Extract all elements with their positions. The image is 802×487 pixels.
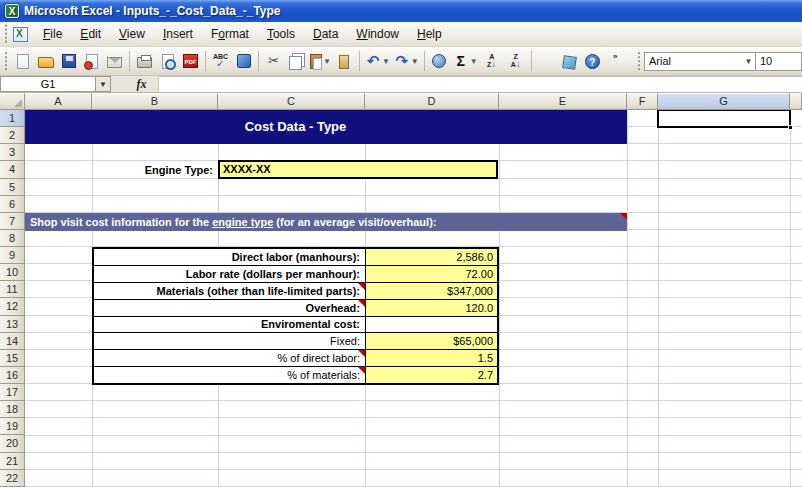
row-header-1[interactable]: 1 (0, 110, 25, 127)
format-painter-button[interactable] (334, 51, 355, 72)
chart-wizard-button[interactable] (536, 51, 557, 72)
cost-value-input-cell[interactable]: 72.00 (365, 266, 497, 282)
save-button[interactable] (58, 51, 79, 72)
column-header-f[interactable]: F (627, 93, 658, 110)
column-header-partial[interactable] (790, 93, 802, 110)
section-header-banner[interactable]: Shop visit cost information for the engi… (25, 213, 627, 231)
cost-item-label-cell[interactable]: Enviromental cost: (94, 317, 365, 333)
print-preview-button[interactable] (157, 51, 178, 72)
open-button[interactable] (35, 51, 56, 72)
column-header-e[interactable]: E (499, 93, 627, 110)
menu-item-window[interactable]: Window (347, 24, 408, 44)
cost-item-label-cell[interactable]: Direct labor (manhours): (94, 249, 365, 265)
redo-button[interactable]: ↷▼ (393, 51, 420, 72)
drawing-button[interactable] (559, 51, 580, 72)
name-box-dropdown[interactable]: ▼ (96, 76, 111, 92)
row-header-11[interactable]: 11 (0, 281, 25, 298)
column-header-a[interactable]: A (25, 93, 92, 110)
toolbar-grip[interactable] (635, 50, 642, 72)
title-bar[interactable]: X Microsoft Excel - Inputs_-_Cost_Data_-… (0, 0, 802, 22)
column-header-d[interactable]: D (365, 93, 499, 110)
menu-item-view[interactable]: View (110, 24, 154, 44)
row-header-5[interactable]: 5 (0, 179, 25, 196)
email-button[interactable] (104, 51, 125, 72)
cost-item-label-cell[interactable]: % of materials: (94, 367, 365, 383)
row-header-13[interactable]: 13 (0, 316, 25, 333)
cost-item-label-cell[interactable]: Overhead: (94, 300, 365, 316)
row-header-15[interactable]: 15 (0, 350, 25, 367)
row-header-22[interactable]: 22 (0, 470, 25, 487)
toolbar-grip[interactable] (2, 24, 9, 43)
chevron-down-icon[interactable]: ▼ (382, 57, 390, 66)
sheet-grid[interactable]: Cost Data - Type Engine Type: XXXX-XX Sh… (25, 110, 802, 487)
column-header-b[interactable]: B (92, 93, 218, 110)
autosum-button[interactable]: Σ▼ (452, 51, 479, 72)
chevron-down-icon[interactable]: ▼ (742, 53, 755, 70)
help-button[interactable]: ? (582, 51, 603, 72)
row-header-17[interactable]: 17 (0, 384, 25, 401)
toolbar-options-button[interactable]: » (605, 51, 626, 72)
sort-ascending-button[interactable]: AZ↓ (481, 51, 503, 72)
copy-button[interactable] (286, 51, 307, 72)
hyperlink-button[interactable] (429, 51, 450, 72)
undo-button[interactable]: ↶▼ (364, 51, 391, 72)
cost-item-label-cell[interactable]: Labor rate (dollars per manhour): (94, 266, 365, 282)
paste-button[interactable]: ▼ (309, 51, 332, 72)
formula-input[interactable] (159, 76, 802, 92)
column-header-g[interactable]: G (658, 93, 790, 110)
row-header-7[interactable]: 7 (0, 213, 25, 230)
chevron-down-icon[interactable]: ▼ (323, 57, 331, 66)
menu-item-insert[interactable]: Insert (154, 24, 202, 44)
row-header-14[interactable]: 14 (0, 333, 25, 350)
fill-handle[interactable] (788, 125, 793, 130)
row-header-20[interactable]: 20 (0, 435, 25, 452)
font-name-combo[interactable]: Arial ▼ (644, 52, 756, 71)
chevron-down-icon[interactable]: ▼ (411, 57, 419, 66)
menu-item-format[interactable]: Format (202, 24, 258, 44)
new-button[interactable] (12, 51, 33, 72)
sort-descending-button[interactable]: ZA↓ (505, 51, 527, 72)
row-header-6[interactable]: 6 (0, 196, 25, 213)
name-box[interactable]: G1 (0, 76, 96, 92)
cost-value-input-cell[interactable] (365, 317, 497, 333)
menu-item-tools[interactable]: Tools (258, 24, 304, 44)
menu-item-data[interactable]: Data (304, 24, 347, 44)
row-header-3[interactable]: 3 (0, 144, 25, 161)
font-size-combo[interactable]: 10 (756, 52, 802, 71)
research-button[interactable] (233, 51, 254, 72)
cost-value-input-cell[interactable]: $347,000 (365, 283, 497, 299)
row-header-4[interactable]: 4 (0, 161, 25, 178)
row-header-21[interactable]: 21 (0, 453, 25, 470)
cost-value-input-cell[interactable]: 2,586.0 (365, 249, 497, 265)
cost-value-input-cell[interactable]: $65,000 (365, 333, 497, 349)
cut-button[interactable]: ✂ (263, 51, 284, 72)
print-button[interactable] (134, 51, 155, 72)
row-header-18[interactable]: 18 (0, 401, 25, 418)
chevron-down-icon[interactable]: ▼ (470, 57, 478, 66)
menu-item-help[interactable]: Help (408, 24, 451, 44)
row-header-16[interactable]: 16 (0, 367, 25, 384)
menu-item-edit[interactable]: Edit (71, 24, 110, 44)
selected-cell-g1[interactable] (657, 110, 791, 128)
permission-button[interactable] (81, 51, 102, 72)
toolbar-grip[interactable] (2, 50, 9, 72)
cost-item-label-cell[interactable]: Materials (other than life-limited parts… (94, 283, 365, 299)
cost-value-input-cell[interactable]: 1.5 (365, 350, 497, 366)
engine-type-input-cell[interactable]: XXXX-XX (218, 160, 498, 179)
row-header-9[interactable]: 9 (0, 247, 25, 264)
menu-item-file[interactable]: File (34, 24, 71, 44)
row-header-12[interactable]: 12 (0, 298, 25, 315)
cost-item-label-cell[interactable]: Fixed: (94, 333, 365, 349)
cost-item-label-cell[interactable]: % of direct labor: (94, 350, 365, 366)
column-header-c[interactable]: C (218, 93, 365, 110)
pdf-button[interactable]: PDF (180, 51, 201, 72)
cost-value-input-cell[interactable]: 2.7 (365, 367, 497, 383)
cost-data-title-banner[interactable]: Cost Data - Type (25, 110, 627, 144)
cost-value-input-cell[interactable]: 120.0 (365, 300, 497, 316)
row-header-10[interactable]: 10 (0, 264, 25, 281)
spelling-button[interactable]: ABC✓ (210, 51, 231, 72)
row-header-2[interactable]: 2 (0, 127, 25, 144)
insert-function-button[interactable]: fx (125, 76, 159, 92)
row-header-8[interactable]: 8 (0, 230, 25, 247)
row-header-19[interactable]: 19 (0, 418, 25, 435)
